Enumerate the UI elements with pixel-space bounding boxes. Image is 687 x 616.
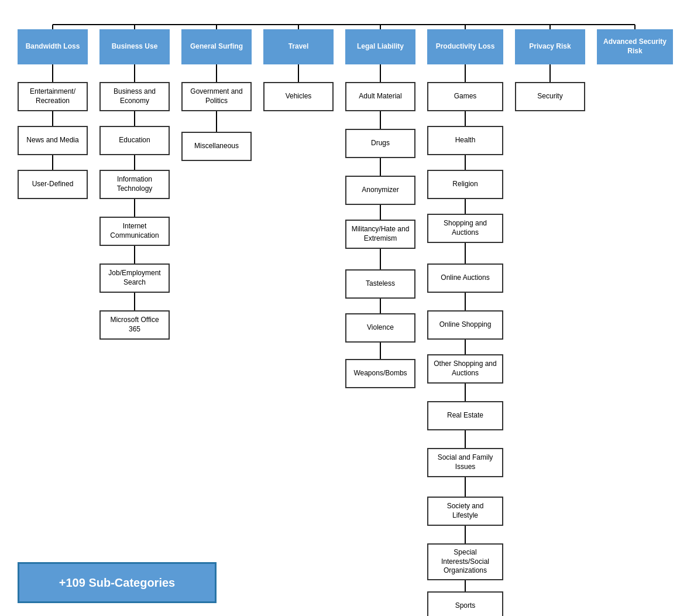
header-box: Business Use [99, 29, 170, 64]
child-box: Anonymizer [345, 176, 415, 205]
header-box: Privacy Risk [515, 29, 585, 64]
child-box: Drugs [345, 129, 415, 158]
child-box: Games [427, 82, 503, 111]
child-box: Shopping and Auctions [427, 214, 503, 243]
child-box: Government and Politics [181, 82, 252, 111]
child-box: Adult Material [345, 82, 415, 111]
child-box: Business and Economy [99, 82, 170, 111]
child-box: Information Technology [99, 170, 170, 199]
child-box: Entertainment/ Recreation [18, 82, 88, 111]
plus-subcategories-button[interactable]: +109 Sub-Categories [18, 562, 217, 603]
child-box: Health [427, 126, 503, 155]
child-box: Vehicles [263, 82, 334, 111]
child-box: News and Media [18, 126, 88, 155]
header-box: Travel [263, 29, 334, 64]
child-box: Microsoft Office 365 [99, 310, 170, 340]
child-box: Other Shopping and Auctions [427, 354, 503, 384]
child-box: Education [99, 126, 170, 155]
child-box: Weapons/Bombs [345, 359, 415, 388]
child-box: User-Defined [18, 170, 88, 199]
child-box: Security [515, 82, 585, 111]
child-box: Job/Employment Search [99, 263, 170, 293]
child-box: Society and Lifestyle [427, 497, 503, 526]
child-box: Tasteless [345, 269, 415, 299]
child-box: Religion [427, 170, 503, 199]
child-box: Violence [345, 313, 415, 343]
child-box: Militancy/Hate and Extremism [345, 220, 415, 249]
header-box: Bandwidth Loss [18, 29, 88, 64]
child-box: Special Interests/Social Organizations [427, 543, 503, 580]
header-box: Productivity Loss [427, 29, 503, 64]
child-box: Online Auctions [427, 263, 503, 293]
child-box: Real Estate [427, 401, 503, 430]
child-box: Internet Communication [99, 217, 170, 246]
header-box: Legal Liability [345, 29, 415, 64]
chart-container: Bandwidth LossEntertainment/ RecreationN… [12, 12, 679, 609]
child-box: Online Shopping [427, 310, 503, 340]
header-box: Advanced Security Risk [597, 29, 673, 64]
boxes-layer: Bandwidth LossEntertainment/ RecreationN… [12, 12, 679, 616]
child-box: Miscellaneous [181, 132, 252, 161]
child-box: Sports [427, 591, 503, 616]
header-box: General Surfing [181, 29, 252, 64]
child-box: Social and Family Issues [427, 448, 503, 477]
